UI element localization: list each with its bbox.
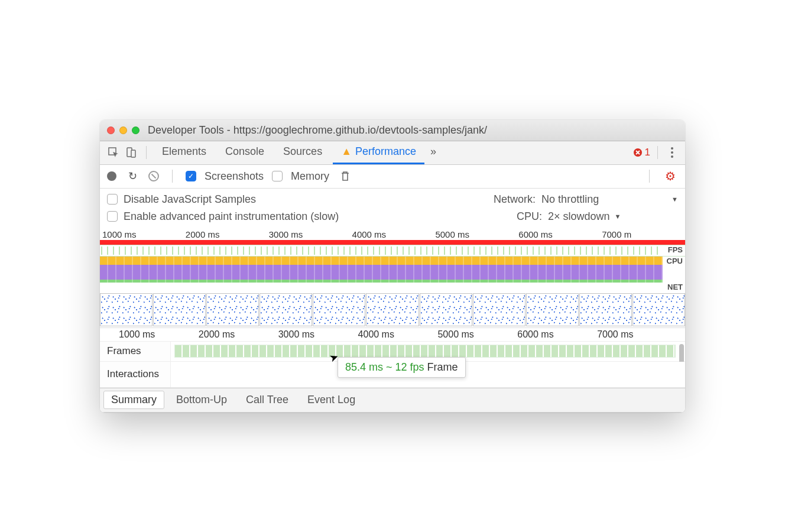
- disable-js-checkbox[interactable]: [107, 194, 118, 205]
- details-tabs: Summary Bottom-Up Call Tree Event Log: [100, 388, 685, 413]
- screenshot-thumb[interactable]: [366, 293, 419, 326]
- screenshot-thumb[interactable]: [473, 293, 526, 326]
- disable-js-label: Disable JavaScript Samples: [124, 193, 256, 206]
- tab-call-tree[interactable]: Call Tree: [239, 391, 296, 408]
- screenshot-thumb[interactable]: [206, 293, 259, 326]
- ruler-tick: 4000 ms: [358, 329, 438, 340]
- tab-label: Sources: [283, 145, 322, 158]
- device-toolbar-icon[interactable]: [124, 145, 139, 160]
- screenshot-thumb[interactable]: [632, 293, 685, 326]
- error-count-badge[interactable]: 1: [633, 147, 650, 158]
- chevron-down-icon: ▼: [615, 213, 621, 220]
- ruler-tick: 1000 ms: [102, 229, 186, 239]
- clear-button[interactable]: [148, 171, 159, 181]
- tab-label: Call Tree: [246, 394, 288, 406]
- tab-label: Console: [225, 145, 264, 158]
- chevron-down-icon: ▼: [672, 196, 678, 203]
- tab-console[interactable]: Console: [217, 141, 273, 164]
- memory-checkbox[interactable]: [272, 171, 283, 181]
- network-throttling-select[interactable]: No throttling: [541, 193, 630, 206]
- tab-summary[interactable]: Summary: [103, 391, 164, 409]
- tab-event-log[interactable]: Event Log: [300, 391, 362, 408]
- recording-toolbar: ↻ Screenshots Memory ⚙: [100, 165, 685, 189]
- ruler-tick: 6000 ms: [518, 229, 602, 239]
- flame-chart[interactable]: 1000 ms 2000 ms 3000 ms 4000 ms 5000 ms …: [100, 328, 685, 388]
- network-value: No throttling: [541, 193, 599, 206]
- tab-bottom-up[interactable]: Bottom-Up: [169, 391, 234, 408]
- fps-lane-label: FPS: [666, 245, 685, 254]
- long-frame-bar: [100, 240, 685, 245]
- net-lane: NET: [100, 283, 685, 292]
- divider: [657, 146, 658, 159]
- overview-ruler: 1000 ms 2000 ms 3000 ms 4000 ms 5000 ms …: [100, 228, 685, 239]
- capture-settings-button[interactable]: ⚙: [663, 168, 678, 184]
- screenshot-thumb[interactable]: [153, 293, 206, 326]
- error-count: 1: [645, 147, 650, 158]
- panel-tabs: Elements Console Sources ▲ Performance »…: [100, 141, 685, 165]
- tabs-overflow-button[interactable]: »: [427, 141, 440, 164]
- garbage-collect-button[interactable]: [338, 168, 353, 184]
- fps-lane: FPS: [100, 245, 685, 257]
- overview-panel[interactable]: 1000 ms 2000 ms 3000 ms 4000 ms 5000 ms …: [100, 228, 685, 328]
- screenshot-thumb[interactable]: [100, 293, 153, 326]
- reload-button[interactable]: ↻: [125, 168, 140, 184]
- inspect-element-icon[interactable]: [106, 145, 121, 160]
- screenshot-thumb[interactable]: [579, 293, 632, 326]
- window-title: Developer Tools - https://googlechrome.g…: [148, 124, 487, 137]
- divider: [649, 170, 650, 183]
- divider: [172, 170, 173, 183]
- screenshot-thumb[interactable]: [526, 293, 579, 326]
- tab-label: Event Log: [307, 394, 355, 406]
- close-window-button[interactable]: [107, 126, 115, 134]
- ruler-tick: 6000 ms: [517, 329, 597, 340]
- tab-label: Summary: [111, 394, 157, 406]
- tab-label: Bottom-Up: [176, 394, 227, 406]
- tooltip-timing: 85.4 ms ~ 12 fps: [345, 361, 424, 373]
- ruler-tick: 2000 ms: [199, 329, 278, 340]
- tooltip-suffix: Frame: [427, 361, 458, 373]
- warning-icon: ▲: [341, 145, 352, 158]
- tab-elements[interactable]: Elements: [154, 141, 215, 164]
- cpu-value: 2× slowdown: [548, 210, 610, 223]
- divider: [146, 146, 147, 159]
- settings-row-js: Disable JavaScript Samples Network: No t…: [100, 189, 685, 210]
- settings-row-paint: Enable advanced paint instrumentation (s…: [100, 210, 685, 228]
- frames-track-label: Frames: [100, 342, 171, 361]
- ruler-tick: 5000 ms: [435, 229, 518, 239]
- screenshot-thumb[interactable]: [420, 293, 472, 326]
- tab-performance[interactable]: ▲ Performance: [333, 141, 424, 164]
- frames-strip[interactable]: [174, 345, 676, 358]
- memory-label: Memory: [291, 170, 329, 183]
- screenshot-thumb[interactable]: [259, 293, 312, 326]
- traffic-lights: [107, 126, 140, 134]
- record-button[interactable]: [107, 171, 116, 181]
- ruler-tick: 2000 ms: [186, 229, 269, 239]
- screenshots-checkbox[interactable]: [186, 171, 196, 181]
- net-lane-label: NET: [665, 283, 685, 291]
- tab-label: Performance: [355, 145, 416, 158]
- titlebar: Developer Tools - https://googlechrome.g…: [100, 120, 685, 141]
- svg-rect-2: [131, 150, 135, 157]
- ruler-tick: 5000 ms: [437, 329, 517, 340]
- zoom-window-button[interactable]: [132, 126, 140, 134]
- frames-track[interactable]: Frames ➤ 85.4 ms ~ 12 fps Frame: [100, 342, 685, 362]
- frame-tooltip: 85.4 ms ~ 12 fps Frame: [338, 357, 466, 378]
- tab-sources[interactable]: Sources: [275, 141, 330, 164]
- minimize-window-button[interactable]: [119, 126, 127, 134]
- tab-label: Elements: [162, 145, 206, 158]
- error-icon: [633, 148, 643, 157]
- more-options-button[interactable]: [665, 147, 679, 158]
- cpu-lane-label: CPU: [664, 257, 685, 265]
- screenshots-label: Screenshots: [205, 170, 264, 183]
- enable-paint-checkbox[interactable]: [107, 211, 118, 222]
- network-label: Network:: [494, 193, 536, 206]
- ruler-tick: 7000 m: [602, 229, 685, 239]
- cpu-label: CPU:: [517, 210, 542, 223]
- cpu-lane: CPU: [100, 257, 685, 283]
- ruler-tick: 3000 ms: [278, 329, 358, 340]
- ruler-tick: 4000 ms: [352, 229, 436, 239]
- overflow-glyph: »: [430, 145, 436, 158]
- cpu-throttling-select[interactable]: 2× slowdown ▼: [548, 210, 637, 223]
- screenshot-thumb[interactable]: [313, 293, 365, 326]
- devtools-window: Developer Tools - https://googlechrome.g…: [100, 120, 685, 413]
